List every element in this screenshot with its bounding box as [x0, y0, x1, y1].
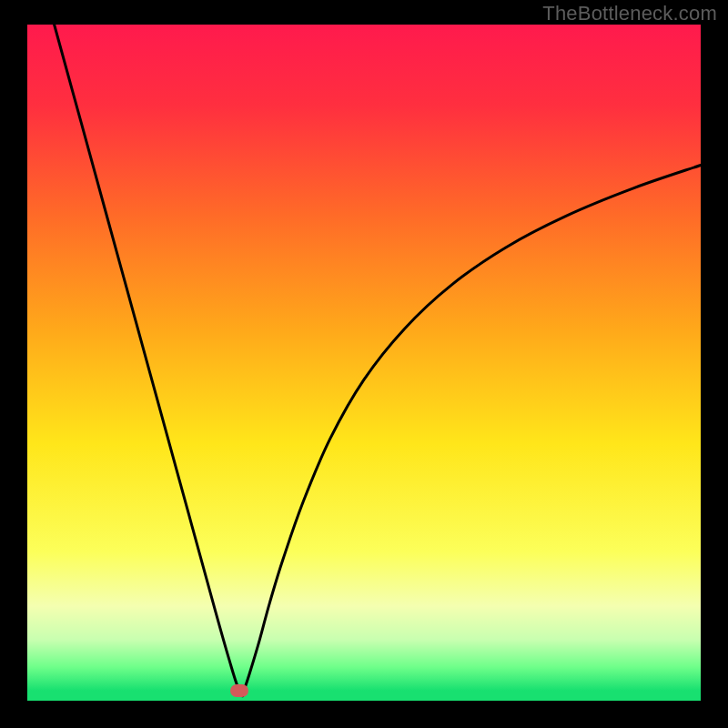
chart-stage: TheBottleneck.com — [0, 0, 728, 728]
chart-svg — [0, 0, 728, 728]
plot-background — [27, 25, 701, 701]
watermark-text: TheBottleneck.com — [542, 2, 717, 25]
minimum-marker — [230, 684, 248, 697]
